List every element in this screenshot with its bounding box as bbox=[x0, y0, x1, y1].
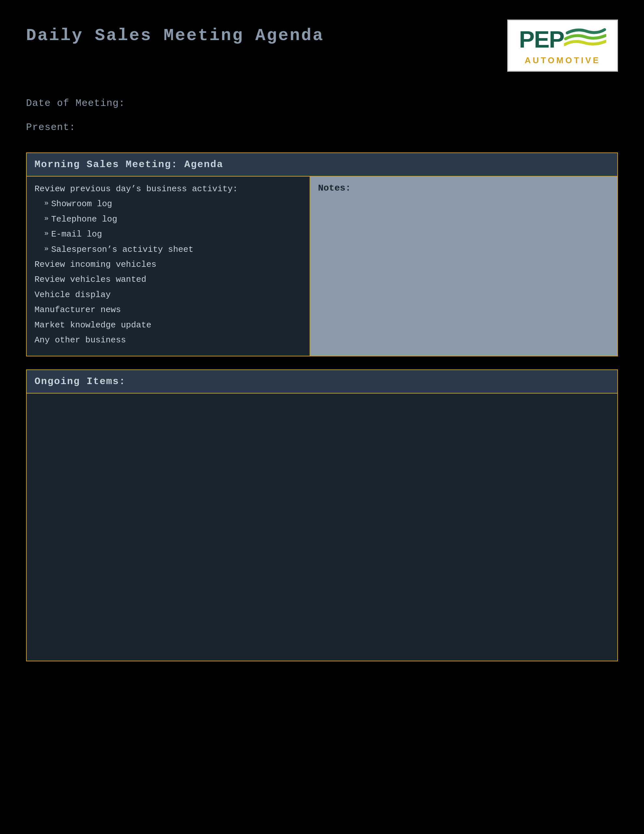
logo-container: PEP AUTOMOTIVE bbox=[507, 19, 618, 72]
logo-pep-text: PEP bbox=[519, 26, 564, 53]
sub-item-telephone-log: » Telephone log bbox=[34, 213, 302, 225]
sub-item-email-log-text: E-mail log bbox=[51, 228, 102, 240]
bullet-arrow-2: » bbox=[44, 214, 48, 224]
agenda-item-any-other-business: Any other business bbox=[34, 334, 302, 346]
bullet-arrow-4: » bbox=[44, 244, 48, 254]
morning-agenda-header-text: Morning Sales Meeting: Agenda bbox=[34, 159, 223, 170]
bullet-arrow-1: » bbox=[44, 199, 48, 209]
agenda-left-column: Review previous day’s business activity:… bbox=[27, 176, 310, 356]
review-previous-label: Review previous day’s business activity: bbox=[34, 183, 302, 195]
agenda-item-review-incoming: Review incoming vehicles bbox=[34, 259, 302, 270]
present-label: Present: bbox=[26, 122, 618, 133]
ongoing-items-header-text: Ongoing Items: bbox=[34, 376, 126, 387]
sub-item-salesperson-sheet: » Salesperson’s activity sheet bbox=[34, 244, 302, 255]
notes-label: Notes: bbox=[318, 183, 351, 193]
agenda-notes-column: Notes: bbox=[310, 176, 617, 356]
agenda-item-vehicle-display: Vehicle display bbox=[34, 289, 302, 301]
sub-item-showroom-log-text: Showroom log bbox=[51, 198, 112, 210]
morning-agenda-header: Morning Sales Meeting: Agenda bbox=[27, 153, 617, 176]
ongoing-items-table: Ongoing Items: bbox=[26, 369, 618, 661]
agenda-item-manufacturer-news: Manufacturer news bbox=[34, 304, 302, 316]
ongoing-items-body bbox=[27, 394, 617, 661]
date-of-meeting-label: Date of Meeting: bbox=[26, 98, 618, 109]
sub-item-salesperson-sheet-text: Salesperson’s activity sheet bbox=[51, 244, 194, 255]
agenda-item-review-vehicles-wanted: Review vehicles wanted bbox=[34, 274, 302, 285]
sub-item-showroom-log: » Showroom log bbox=[34, 198, 302, 210]
morning-agenda-table: Morning Sales Meeting: Agenda Review pre… bbox=[26, 152, 618, 356]
sub-item-telephone-log-text: Telephone log bbox=[51, 213, 117, 225]
meta-section: Date of Meeting: Present: bbox=[26, 98, 618, 133]
bullet-arrow-3: » bbox=[44, 229, 48, 239]
logo-waves-svg bbox=[564, 26, 606, 52]
morning-agenda-body: Review previous day’s business activity:… bbox=[27, 176, 617, 356]
logo-pep-row: PEP bbox=[515, 26, 610, 53]
logo-wrapper: PEP AUTOMOTIVE bbox=[515, 26, 610, 65]
header-section: Daily Sales Meeting Agenda PEP AUTOMOTIV… bbox=[26, 19, 618, 72]
sub-item-email-log: » E-mail log bbox=[34, 228, 302, 240]
agenda-item-market-knowledge: Market knowledge update bbox=[34, 319, 302, 331]
page-title: Daily Sales Meeting Agenda bbox=[26, 26, 324, 45]
logo-automotive-text: AUTOMOTIVE bbox=[525, 55, 601, 65]
ongoing-items-header: Ongoing Items: bbox=[27, 370, 617, 394]
